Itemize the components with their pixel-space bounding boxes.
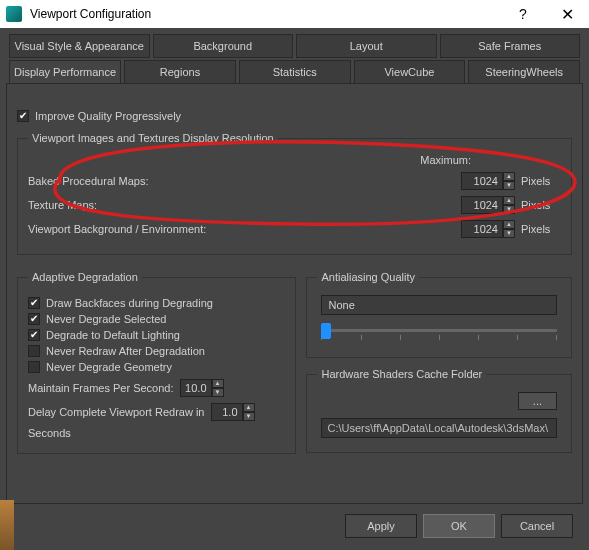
never-redraw-label: Never Redraw After Degradation: [46, 345, 205, 357]
adaptive-col: Adaptive Degradation ✔Draw Backfaces dur…: [17, 261, 296, 460]
improve-quality-row: ✔ Improve Quality Progressively: [17, 110, 572, 122]
spinner-up-icon[interactable]: ▲: [503, 220, 515, 229]
dialog-body: Visual Style & Appearance Background Lay…: [0, 28, 589, 550]
tab-background[interactable]: Background: [153, 34, 294, 58]
viewport-bg-value[interactable]: 1024: [461, 220, 503, 238]
improve-quality-checkbox[interactable]: ✔: [17, 110, 29, 122]
lower-columns: Adaptive Degradation ✔Draw Backfaces dur…: [17, 261, 572, 460]
texture-maps-label: Texture Maps:: [28, 199, 455, 211]
spinner-down-icon[interactable]: ▼: [243, 412, 255, 421]
baked-maps-unit: Pixels: [521, 175, 561, 187]
tab-display-performance[interactable]: Display Performance: [9, 60, 121, 84]
viewport-bg-spinner[interactable]: 1024 ▲▼: [461, 220, 515, 238]
viewport-bg-unit: Pixels: [521, 223, 561, 235]
slider-thumb-icon[interactable]: [321, 323, 331, 339]
dialog-footer: Apply OK Cancel: [6, 504, 583, 550]
maintain-fps-value[interactable]: 10.0: [180, 379, 212, 397]
right-col: Antialiasing Quality None Hardware Shade…: [306, 261, 572, 460]
help-button[interactable]: ?: [501, 0, 545, 28]
never-geom-label: Never Degrade Geometry: [46, 361, 172, 373]
maximum-header: Maximum:: [28, 154, 561, 166]
tab-visual-style[interactable]: Visual Style & Appearance: [9, 34, 150, 58]
window-title: Viewport Configuration: [30, 7, 501, 21]
delay-redraw-label-pre: Delay Complete Viewport Redraw in: [28, 406, 205, 418]
never-geom-checkbox[interactable]: [28, 361, 40, 373]
texture-maps-unit: Pixels: [521, 199, 561, 211]
baked-maps-value[interactable]: 1024: [461, 172, 503, 190]
tab-viewcube[interactable]: ViewCube: [354, 60, 466, 84]
texture-maps-row: Texture Maps: 1024 ▲▼ Pixels: [28, 196, 561, 214]
backfaces-label: Draw Backfaces during Degrading: [46, 297, 213, 309]
cache-group: Hardware Shaders Cache Folder ... C:\Use…: [306, 368, 572, 453]
cache-title: Hardware Shaders Cache Folder: [317, 368, 486, 380]
baked-maps-label: Baked Procedural Maps:: [28, 175, 455, 187]
close-button[interactable]: ✕: [545, 0, 589, 28]
def-light-checkbox[interactable]: ✔: [28, 329, 40, 341]
antialiasing-value: None: [321, 295, 557, 315]
cache-browse-button[interactable]: ...: [518, 392, 557, 410]
adaptive-group: Adaptive Degradation ✔Draw Backfaces dur…: [17, 271, 296, 454]
tab-statistics[interactable]: Statistics: [239, 60, 351, 84]
baked-maps-row: Baked Procedural Maps: 1024 ▲▼ Pixels: [28, 172, 561, 190]
spinner-up-icon[interactable]: ▲: [243, 403, 255, 412]
never-sel-label: Never Degrade Selected: [46, 313, 166, 325]
delay-redraw-value[interactable]: 1.0: [211, 403, 243, 421]
app-icon: [6, 6, 22, 22]
tab-row-2: Display Performance Regions Statistics V…: [6, 60, 583, 84]
spinner-down-icon[interactable]: ▼: [503, 205, 515, 214]
never-redraw-checkbox[interactable]: [28, 345, 40, 357]
tab-layout[interactable]: Layout: [296, 34, 437, 58]
apply-button[interactable]: Apply: [345, 514, 417, 538]
never-sel-checkbox[interactable]: ✔: [28, 313, 40, 325]
spinner-up-icon[interactable]: ▲: [212, 379, 224, 388]
texture-maps-spinner[interactable]: 1024 ▲▼: [461, 196, 515, 214]
tab-steeringwheels[interactable]: SteeringWheels: [468, 60, 580, 84]
resolution-group-title: Viewport Images and Textures Display Res…: [28, 132, 278, 144]
backfaces-checkbox[interactable]: ✔: [28, 297, 40, 309]
spinner-up-icon[interactable]: ▲: [503, 172, 515, 181]
texture-maps-value[interactable]: 1024: [461, 196, 503, 214]
viewport-bg-label: Viewport Background / Environment:: [28, 223, 455, 235]
resolution-group: Viewport Images and Textures Display Res…: [17, 132, 572, 255]
edge-strip: [0, 500, 14, 550]
adaptive-group-title: Adaptive Degradation: [28, 271, 142, 283]
spinner-up-icon[interactable]: ▲: [503, 196, 515, 205]
baked-maps-spinner[interactable]: 1024 ▲▼: [461, 172, 515, 190]
delay-redraw-spinner[interactable]: 1.0 ▲▼: [211, 403, 255, 421]
viewport-bg-row: Viewport Background / Environment: 1024 …: [28, 220, 561, 238]
tab-safe-frames[interactable]: Safe Frames: [440, 34, 581, 58]
tab-content: ✔ Improve Quality Progressively Viewport…: [6, 83, 583, 504]
title-bar: Viewport Configuration ? ✕: [0, 0, 589, 28]
spinner-down-icon[interactable]: ▼: [503, 181, 515, 190]
maintain-fps-spinner[interactable]: 10.0 ▲▼: [180, 379, 224, 397]
antialiasing-group: Antialiasing Quality None: [306, 271, 572, 358]
spinner-down-icon[interactable]: ▼: [212, 388, 224, 397]
cache-path-input[interactable]: C:\Users\ff\AppData\Local\Autodesk\3dsMa…: [321, 418, 557, 438]
maintain-fps-label: Maintain Frames Per Second:: [28, 382, 174, 394]
cancel-button[interactable]: Cancel: [501, 514, 573, 538]
tab-row-1: Visual Style & Appearance Background Lay…: [6, 34, 583, 58]
improve-quality-label: Improve Quality Progressively: [35, 110, 181, 122]
antialiasing-title: Antialiasing Quality: [317, 271, 419, 283]
spinner-down-icon[interactable]: ▼: [503, 229, 515, 238]
def-light-label: Degrade to Default Lighting: [46, 329, 180, 341]
antialiasing-slider[interactable]: [317, 321, 561, 347]
tab-regions[interactable]: Regions: [124, 60, 236, 84]
delay-redraw-label-post: Seconds: [28, 427, 71, 439]
ok-button[interactable]: OK: [423, 514, 495, 538]
